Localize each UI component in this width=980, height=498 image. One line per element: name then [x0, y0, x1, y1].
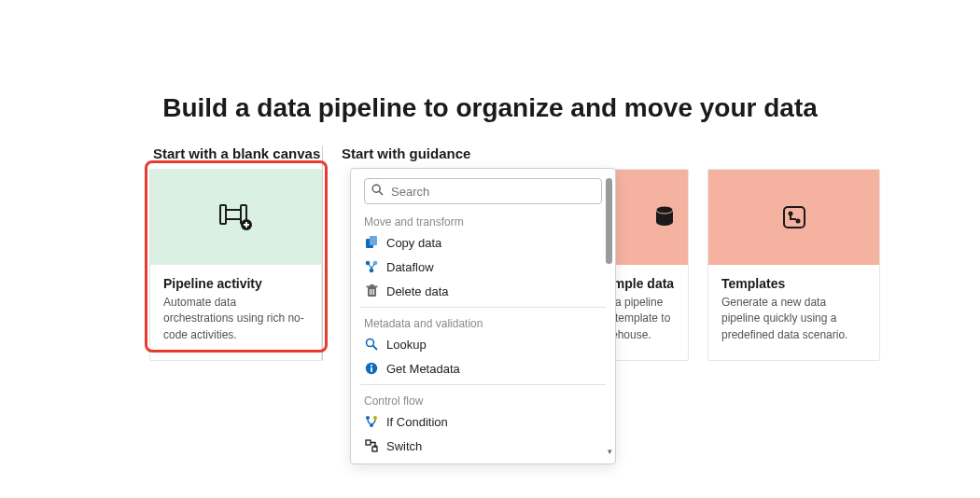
item-label: Switch [386, 439, 422, 453]
templates-icon [781, 204, 807, 230]
svg-point-31 [373, 416, 377, 420]
svg-point-25 [367, 339, 374, 347]
branch-icon [364, 414, 379, 429]
svg-rect-9 [784, 207, 805, 228]
item-label: Dataflow [386, 260, 434, 274]
search-input[interactable] [364, 178, 602, 204]
svg-point-11 [795, 219, 800, 224]
item-copy-data[interactable]: Copy data [351, 230, 615, 255]
pipeline-activity-title: Pipeline activity [163, 276, 308, 291]
page-title: Build a data pipeline to organize and mo… [0, 93, 980, 123]
search-icon [371, 184, 384, 199]
group-metadata-validation: Metadata and validation [351, 311, 615, 332]
item-label: Delete data [386, 284, 449, 298]
svg-rect-21 [370, 284, 373, 286]
database-icon [654, 205, 675, 229]
copy-icon [364, 235, 379, 250]
svg-rect-0 [220, 205, 226, 224]
guidance-header: Start with guidance [342, 145, 880, 161]
templates-desc: Generate a new data pipeline quickly usi… [721, 295, 866, 343]
templates-icon-area [708, 170, 879, 265]
scroll-down-icon[interactable]: ▾ [608, 447, 612, 456]
item-label: Copy data [386, 236, 441, 250]
dataflow-icon [364, 259, 379, 274]
group-move-transform: Move and transform [351, 210, 615, 230]
card-sample-data-partial[interactable]: ample data ata pipeline d template to ke… [605, 169, 689, 361]
card-pipeline-activity[interactable]: Pipeline activity Automate data orchestr… [149, 169, 322, 361]
group-control-flow: Control flow [351, 389, 615, 409]
item-delete-data[interactable]: Delete data [351, 279, 615, 303]
switch-icon [364, 438, 379, 453]
pipeline-activity-icon-area [150, 170, 321, 265]
item-get-metadata[interactable]: Get Metadata [351, 356, 615, 380]
item-lookup[interactable]: Lookup [351, 332, 615, 356]
separator [360, 307, 606, 308]
info-icon [364, 361, 379, 376]
trash-icon [364, 284, 379, 298]
pipeline-icon [219, 203, 253, 231]
scrollbar-thumb[interactable] [606, 178, 612, 264]
item-dataflow[interactable]: Dataflow [351, 255, 615, 279]
separator [360, 384, 606, 385]
pipeline-activity-desc: Automate data orchestrations using rich … [163, 295, 308, 343]
sample-data-title-frag: ample data [606, 276, 675, 291]
svg-point-30 [366, 416, 370, 420]
svg-line-13 [379, 191, 383, 195]
svg-point-29 [371, 365, 372, 367]
svg-rect-33 [366, 440, 371, 445]
sample-data-icon-area [606, 170, 688, 265]
svg-rect-28 [371, 367, 372, 372]
svg-point-12 [372, 185, 380, 192]
item-label: If Condition [386, 415, 448, 429]
sample-data-desc-frag: ata pipeline d template to kehouse. [606, 295, 675, 343]
item-label: Lookup [386, 338, 427, 352]
dropdown-scrollbar[interactable]: ▴ ▾ [606, 178, 613, 454]
svg-point-18 [370, 269, 374, 273]
svg-rect-34 [372, 447, 377, 451]
item-switch[interactable]: Switch [351, 434, 615, 458]
item-label: Get Metadata [386, 362, 460, 376]
blank-canvas-header: Start with a blank canvas [149, 145, 322, 161]
svg-point-10 [788, 212, 792, 216]
svg-rect-15 [370, 236, 377, 245]
column-blank-canvas: Start with a blank canvas Pipeline [149, 145, 322, 361]
item-if-condition[interactable]: If Condition [351, 409, 615, 434]
svg-line-26 [373, 346, 378, 351]
templates-title: Templates [721, 276, 866, 291]
lookup-search-icon [364, 337, 379, 352]
activity-dropdown: Move and transform Copy data Dataflow De… [350, 168, 616, 464]
card-templates[interactable]: Templates Generate a new data pipeline q… [707, 169, 880, 361]
